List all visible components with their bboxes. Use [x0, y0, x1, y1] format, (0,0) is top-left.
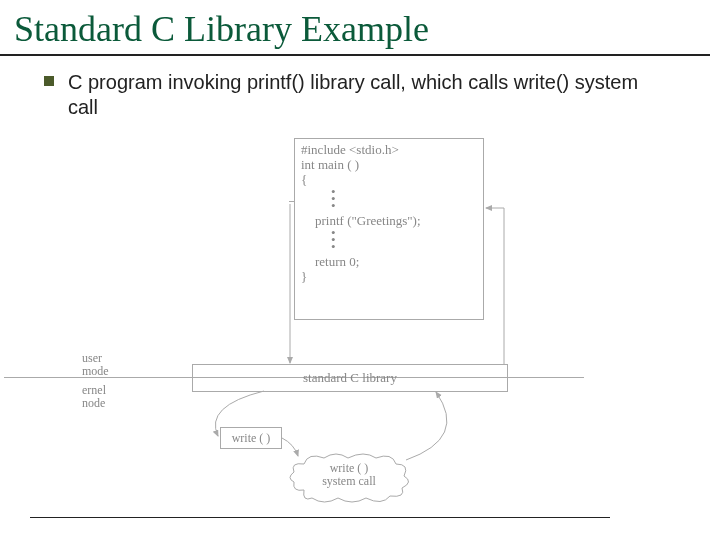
bullet-row: C program invoking printf() library call… — [44, 70, 720, 120]
arrows — [84, 138, 584, 518]
bullet-text: C program invoking printf() library call… — [68, 70, 668, 120]
footer-line — [30, 517, 610, 518]
slide-title: Standard C Library Example — [0, 0, 710, 56]
bullet-square-icon — [44, 76, 54, 86]
diagram: #include <stdio.h> int main ( ) { ••• pr… — [84, 138, 584, 518]
